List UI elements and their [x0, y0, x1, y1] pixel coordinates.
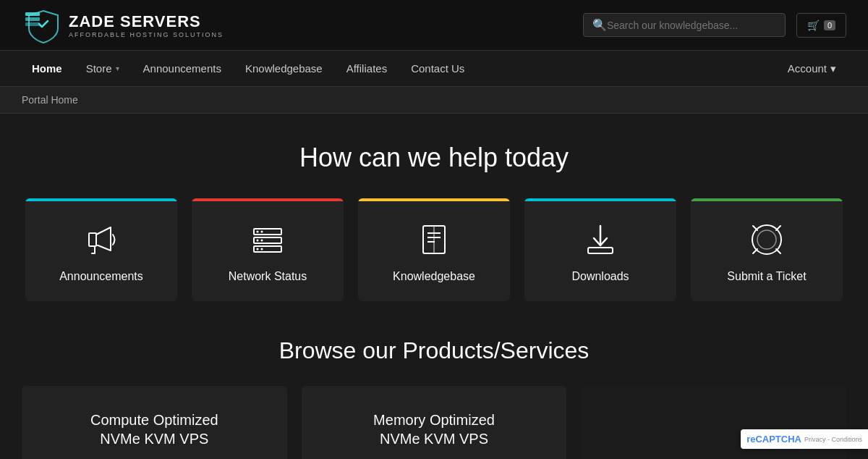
cart-icon: 🛒 [807, 20, 820, 31]
help-title: How can we help today [22, 143, 846, 173]
nav-item-contact[interactable]: Contact Us [401, 52, 475, 85]
search-input[interactable] [607, 20, 776, 31]
recaptcha-links: Privacy - Conditions [804, 436, 862, 443]
card-submit-ticket-label: Submit a Ticket [727, 270, 806, 283]
network-status-icon [248, 220, 288, 260]
product-card-compute[interactable]: Compute OptimizedNVMe KVM VPS [22, 386, 287, 459]
breadcrumb-link[interactable]: Portal Home [22, 94, 78, 106]
products-row: Compute OptimizedNVMe KVM VPS Memory Opt… [22, 386, 846, 459]
search-area[interactable]: 🔍 [583, 13, 786, 37]
card-announcements[interactable]: Announcements [25, 198, 177, 301]
svg-point-20 [757, 230, 776, 249]
svg-point-9 [260, 240, 263, 242]
nav-item-announcements[interactable]: Announcements [133, 52, 231, 85]
navbar: Home Store ▾ Announcements Knowledgebase… [0, 51, 868, 87]
account-label: Account [788, 62, 827, 75]
knowledgebase-icon [414, 220, 454, 260]
logo-text: ZADE SERVERS AFFORDABLE HOSTING SOLUTION… [69, 12, 224, 38]
cart-badge: 0 [824, 20, 835, 30]
store-dropdown-icon: ▾ [116, 64, 119, 72]
logo-icon [22, 5, 61, 45]
svg-point-12 [260, 248, 263, 250]
card-downloads-label: Downloads [571, 270, 629, 283]
nav-item-affiliates[interactable]: Affiliates [336, 52, 397, 85]
account-button[interactable]: Account ▾ [778, 52, 846, 85]
products-title: Browse our Products/Services [22, 337, 846, 364]
nav-item-knowledgebase[interactable]: Knowledgebase [235, 52, 333, 85]
svg-rect-18 [588, 248, 613, 253]
product-memory-name: Memory OptimizedNVMe KVM VPS [373, 410, 495, 448]
breadcrumb: Portal Home [0, 87, 868, 114]
svg-rect-3 [89, 233, 96, 246]
nav-left: Home Store ▾ Announcements Knowledgebase… [22, 52, 475, 85]
card-network-status-label: Network Status [229, 270, 307, 283]
svg-rect-2 [25, 22, 40, 26]
logo[interactable]: ZADE SERVERS AFFORDABLE HOSTING SOLUTION… [22, 5, 224, 45]
submit-ticket-icon [747, 220, 787, 260]
card-announcements-label: Announcements [59, 270, 143, 283]
nav-item-home[interactable]: Home [22, 52, 72, 85]
card-knowledgebase-label: Knowledgebase [393, 270, 475, 283]
header-right: 🔍 🛒 0 [583, 13, 846, 38]
quick-links-row: Announcements Network Status [22, 198, 846, 301]
cart-button[interactable]: 🛒 0 [796, 13, 846, 38]
header: ZADE SERVERS AFFORDABLE HOSTING SOLUTION… [0, 0, 868, 51]
svg-point-11 [256, 248, 258, 250]
logo-title: ZADE SERVERS [69, 12, 224, 31]
announcements-icon [82, 220, 122, 260]
recaptcha-badge: reCAPTCHA Privacy - Conditions [741, 429, 868, 449]
product-card-memory[interactable]: Memory OptimizedNVMe KVM VPS [302, 386, 567, 459]
search-icon-button[interactable]: 🔍 [592, 18, 607, 32]
nav-item-store[interactable]: Store ▾ [76, 52, 129, 85]
svg-point-6 [260, 231, 263, 233]
downloads-icon [581, 220, 621, 260]
recaptcha-logo: reCAPTCHA [746, 434, 801, 445]
logo-subtitle: AFFORDABLE HOSTING SOLUTIONS [69, 31, 224, 38]
account-dropdown-icon: ▾ [830, 62, 836, 75]
main-content: How can we help today Announcements [0, 114, 868, 459]
card-knowledgebase[interactable]: Knowledgebase [358, 198, 510, 301]
product-compute-name: Compute OptimizedNVMe KVM VPS [90, 410, 218, 448]
card-network-status[interactable]: Network Status [192, 198, 344, 301]
svg-point-8 [256, 240, 258, 242]
card-submit-ticket[interactable]: Submit a Ticket [691, 198, 843, 301]
svg-point-5 [256, 231, 258, 233]
card-downloads[interactable]: Downloads [524, 198, 676, 301]
svg-rect-1 [25, 17, 40, 21]
